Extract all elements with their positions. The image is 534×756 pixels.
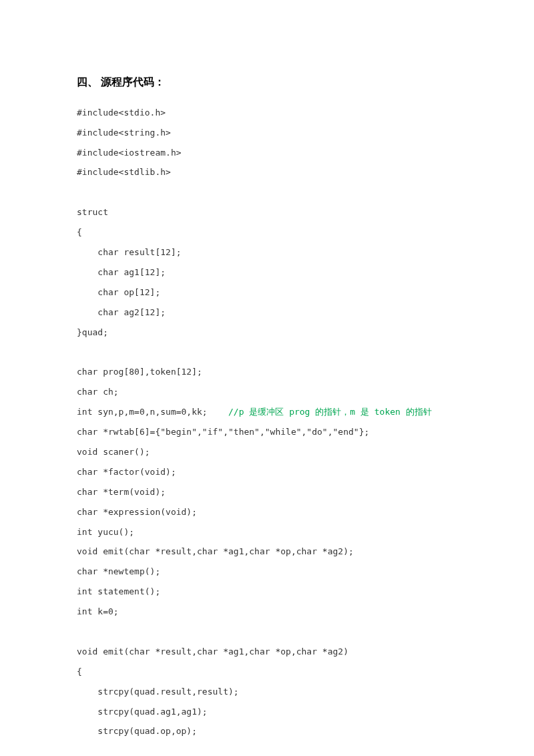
code-line: int statement(); <box>77 582 457 602</box>
code-line: { <box>77 222 457 242</box>
code-line: char *term(void); <box>77 482 457 502</box>
code-line: int k=0; <box>77 602 457 622</box>
code-line: struct <box>77 202 457 222</box>
code-line: char ch; <box>77 382 457 402</box>
code-line: char op[12]; <box>77 282 457 303</box>
code-comment: //p 是缓冲区 <box>228 407 289 417</box>
code-line: strcpy(quad.ag1,ag1); <box>77 702 457 722</box>
code-line: char ag2[12]; <box>77 303 457 323</box>
code-blank-line <box>77 622 457 642</box>
code-line: char *expression(void); <box>77 502 457 522</box>
code-text: int syn,p,m=0,n,sum=0,kk; <box>77 407 228 417</box>
code-line: char result[12]; <box>77 242 457 262</box>
code-line: { <box>77 662 457 682</box>
code-comment: 的指针，m 是 <box>310 407 374 417</box>
code-line: strcpy(quad.result,result); <box>77 682 457 702</box>
code-line: #include<stdio.h> <box>77 103 457 123</box>
code-blank-line <box>77 342 457 362</box>
code-comment-keyword: prog <box>289 407 310 417</box>
code-line: #include<stdlib.h> <box>77 162 457 182</box>
code-comment-keyword: token <box>374 407 400 417</box>
code-line: char *factor(void); <box>77 462 457 482</box>
code-line: void scaner(); <box>77 442 457 462</box>
code-line: int yucu(); <box>77 522 457 542</box>
code-line: char prog[80],token[12]; <box>77 362 457 382</box>
code-line: char *rwtab[6]={"begin","if","then","whi… <box>77 422 457 442</box>
code-line: char *newtemp(); <box>77 562 457 582</box>
code-line: #include<iostream.h> <box>77 143 457 163</box>
code-line: char ag1[12]; <box>77 262 457 282</box>
code-line: #include<string.h> <box>77 123 457 143</box>
code-comment: 的指针 <box>400 407 432 417</box>
section-heading: 四、 源程序代码： <box>77 70 457 95</box>
code-line-with-comment: int syn,p,m=0,n,sum=0,kk; //p 是缓冲区 prog … <box>77 402 457 422</box>
code-line: }quad; <box>77 323 457 343</box>
code-line: void emit(char *result,char *ag1,char *o… <box>77 642 457 662</box>
code-blank-line <box>77 182 457 202</box>
code-line: strcpy(quad.op,op); <box>77 721 457 741</box>
code-line: void emit(char *result,char *ag1,char *o… <box>77 542 457 562</box>
